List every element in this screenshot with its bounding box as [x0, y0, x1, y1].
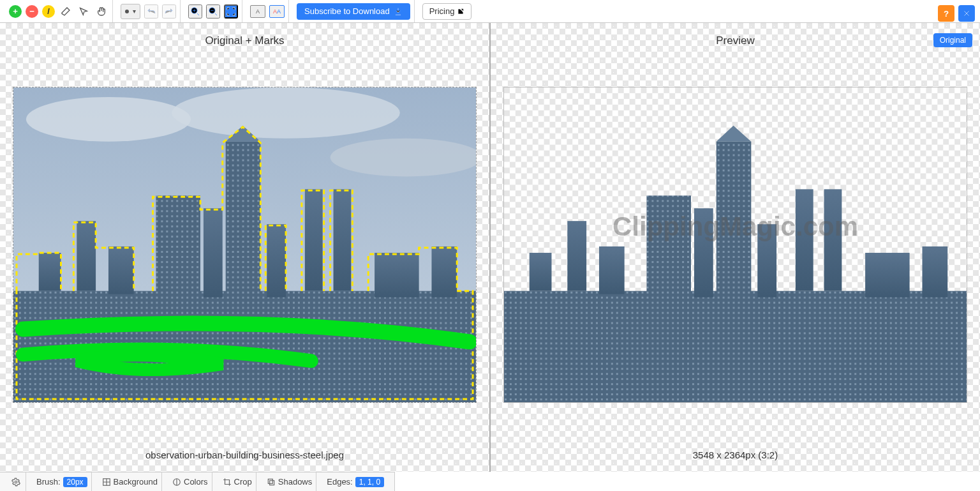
- pointer-button[interactable]: [77, 4, 91, 19]
- svg-rect-29: [567, 221, 586, 291]
- preview-image: [504, 87, 967, 402]
- single-view-button[interactable]: A: [250, 5, 265, 18]
- svg-rect-44: [269, 480, 274, 485]
- pan-button[interactable]: [94, 4, 108, 19]
- left-panel: Original + Marks: [0, 23, 491, 472]
- shadows-seg[interactable]: Shadows: [263, 472, 316, 491]
- brush-size-value: 20px: [63, 477, 87, 487]
- svg-rect-20: [431, 246, 457, 298]
- subscribe-label: Subscribe to Download: [304, 6, 390, 16]
- scalpel-button[interactable]: /: [42, 5, 55, 18]
- background-seg[interactable]: Background: [98, 472, 162, 491]
- workspace: Original + Marks: [0, 23, 980, 472]
- brush-size-dropdown[interactable]: ▾: [121, 4, 140, 19]
- remove-mark-button[interactable]: −: [26, 5, 38, 18]
- crop-icon: [223, 478, 232, 487]
- svg-rect-35: [757, 224, 776, 298]
- preview-image-frame[interactable]: [503, 87, 967, 403]
- svg-rect-31: [646, 195, 691, 297]
- background-label: Background: [114, 477, 158, 487]
- svg-rect-17: [305, 189, 323, 291]
- external-link-icon: [457, 8, 464, 15]
- edges-seg[interactable]: Edges: 1, 1, 0: [323, 472, 388, 491]
- bottom-toolbar: Brush: 20px Background Colors Crop Shado…: [0, 472, 395, 491]
- right-panel: Preview: [491, 23, 980, 472]
- dimensions-label: 3548 x 2364px (3:2): [491, 449, 980, 460]
- original-image: [13, 87, 476, 402]
- brush-size-label: Brush:: [36, 477, 61, 487]
- background-icon: [102, 478, 111, 487]
- svg-rect-36: [796, 189, 813, 291]
- svg-rect-19: [375, 253, 419, 298]
- svg-rect-12: [156, 195, 200, 297]
- svg-rect-38: [865, 253, 910, 298]
- svg-rect-37: [824, 189, 842, 291]
- filename-label: observation-urban-building-business-stee…: [0, 449, 489, 460]
- svg-point-5: [26, 97, 191, 142]
- keep-mark-button[interactable]: +: [9, 5, 22, 18]
- svg-rect-43: [268, 479, 272, 483]
- brush-size-group: ▾: [117, 0, 181, 22]
- brush-seg[interactable]: Brush: 20px: [33, 472, 92, 491]
- original-image-frame[interactable]: [13, 87, 477, 403]
- eraser-button[interactable]: [59, 4, 73, 19]
- download-icon: [394, 7, 403, 16]
- show-original-button[interactable]: Original: [933, 33, 972, 47]
- subscribe-download-button[interactable]: Subscribe to Download: [297, 3, 410, 20]
- top-toolbar: + − / ▾: [0, 0, 980, 23]
- svg-rect-9: [39, 253, 61, 291]
- brush-dot-icon: [125, 10, 129, 13]
- crop-label: Crop: [234, 477, 252, 487]
- zoom-in-button[interactable]: [188, 4, 202, 19]
- window-controls: ?: [938, 5, 975, 22]
- settings-button[interactable]: [10, 476, 22, 488]
- svg-rect-33: [716, 142, 752, 298]
- svg-rect-27: [504, 291, 967, 402]
- svg-point-6: [172, 87, 400, 139]
- fit-screen-button[interactable]: [224, 4, 238, 19]
- colors-seg[interactable]: Colors: [168, 472, 212, 491]
- close-button[interactable]: [958, 5, 975, 22]
- settings-seg: [6, 472, 26, 491]
- close-icon: [962, 9, 971, 18]
- svg-rect-10: [77, 221, 96, 291]
- pricing-label: Pricing: [429, 6, 455, 16]
- cta-group: Subscribe to Download: [293, 0, 415, 22]
- svg-rect-16: [267, 224, 286, 298]
- compare-group: A AA: [246, 0, 289, 22]
- help-button[interactable]: ?: [938, 5, 954, 22]
- colors-icon: [172, 478, 181, 487]
- svg-rect-39: [922, 246, 947, 298]
- chevron-down-icon: ▾: [133, 8, 136, 15]
- shadows-icon: [267, 478, 276, 487]
- zoom-group: [184, 0, 242, 22]
- redo-button[interactable]: [162, 4, 176, 19]
- split-view-button[interactable]: AA: [269, 5, 285, 18]
- pricing-button[interactable]: Pricing: [422, 3, 472, 20]
- svg-rect-18: [334, 189, 352, 291]
- mark-tools-group: + − /: [5, 0, 113, 22]
- svg-rect-13: [204, 208, 223, 297]
- svg-rect-14: [226, 142, 261, 298]
- pricing-group: Pricing: [419, 0, 476, 22]
- shadows-label: Shadows: [278, 477, 312, 487]
- zoom-out-button[interactable]: [206, 4, 220, 19]
- svg-rect-11: [108, 246, 134, 294]
- svg-point-7: [330, 139, 476, 177]
- right-panel-title: Preview: [491, 34, 980, 47]
- edges-value: 1, 1, 0: [355, 477, 384, 487]
- undo-button[interactable]: [144, 4, 158, 19]
- left-panel-title: Original + Marks: [0, 34, 489, 47]
- svg-rect-28: [530, 253, 552, 291]
- edges-label: Edges:: [327, 477, 352, 487]
- gear-icon: [11, 478, 20, 487]
- svg-rect-30: [599, 246, 625, 294]
- colors-label: Colors: [184, 477, 208, 487]
- svg-point-40: [15, 481, 17, 483]
- crop-seg[interactable]: Crop: [219, 472, 256, 491]
- svg-rect-32: [694, 208, 713, 297]
